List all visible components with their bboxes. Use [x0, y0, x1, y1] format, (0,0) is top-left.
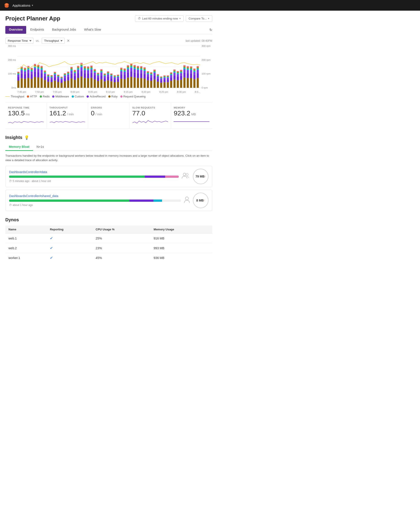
svg-rect-198 [107, 74, 109, 77]
legend-http-dot [27, 95, 29, 98]
y-label-300rpm: 300 rpm [202, 45, 210, 47]
svg-rect-294 [154, 80, 156, 88]
svg-rect-203 [110, 81, 112, 88]
legend-activerecord-label: ActiveRecord [90, 95, 105, 98]
svg-rect-42 [34, 77, 36, 88]
svg-rect-277 [144, 69, 146, 70]
metric1-select[interactable]: Response Time [5, 38, 33, 44]
svg-rect-213 [114, 77, 116, 77]
svg-rect-253 [134, 72, 136, 78]
svg-rect-381 [193, 71, 195, 72]
svg-rect-120 [70, 74, 72, 78]
clear-chart-button[interactable]: ✕ [67, 39, 70, 43]
tab-background-jobs[interactable]: Background Jobs [48, 26, 80, 34]
svg-rect-275 [144, 71, 146, 74]
svg-rect-105 [64, 81, 66, 88]
svg-rect-54 [37, 65, 39, 67]
x-label-815: 8:15 pm [124, 91, 133, 93]
refresh-icon[interactable]: ↻ [209, 28, 212, 32]
insight-item-2-link[interactable]: DashboardsController#shared_data [9, 194, 58, 198]
svg-rect-293 [150, 72, 152, 72]
svg-rect-378 [193, 79, 195, 88]
svg-rect-132 [74, 70, 76, 70]
svg-rect-246 [130, 71, 132, 77]
svg-rect-185 [100, 72, 102, 72]
svg-rect-58 [41, 70, 43, 73]
svg-rect-190 [104, 78, 106, 81]
svg-rect-278 [144, 68, 146, 69]
metric2-select[interactable]: Throughput [42, 38, 65, 44]
y-label-0ms: 0ms [11, 86, 16, 89]
svg-rect-47 [34, 65, 36, 66]
svg-rect-235 [124, 70, 126, 71]
y-label-100rpm: 100 rpm [202, 72, 210, 75]
svg-rect-205 [110, 76, 112, 78]
svg-rect-241 [127, 68, 129, 69]
metric-memory-label: MEMORY [174, 106, 210, 109]
svg-rect-107 [64, 76, 66, 78]
svg-rect-191 [104, 76, 106, 78]
chevron-down-icon: ▾ [179, 17, 181, 20]
svg-rect-119 [70, 78, 72, 88]
table-row: web.2 ✔ 23% 993 MB [5, 243, 212, 253]
time-filter-button[interactable]: ⏱ Last 60 minutes ending now ▾ [135, 15, 184, 22]
tab-whats-slow[interactable]: What's Slow [80, 26, 105, 34]
svg-rect-172 [94, 71, 96, 71]
insight-item-1[interactable]: DashboardsController#data ⏱ 5 minutes ag… [5, 166, 212, 187]
chevron-down-icon: ▾ [208, 17, 209, 20]
svg-rect-85 [54, 77, 56, 81]
y-label-300ms: 300 ms [8, 45, 16, 47]
svg-rect-248 [130, 67, 132, 68]
svg-rect-321 [163, 75, 165, 76]
svg-rect-139 [77, 66, 79, 66]
svg-rect-282 [147, 74, 149, 77]
svg-rect-181 [97, 73, 99, 73]
svg-rect-164 [90, 68, 92, 70]
svg-rect-249 [130, 65, 132, 67]
legend-redis-label: Redis [43, 95, 50, 98]
metric-response-time: RESPONSE TIME 130.5 ms [5, 103, 47, 129]
insights-tab-n-plus-1[interactable]: N+1s [33, 143, 48, 151]
svg-rect-165 [90, 67, 92, 68]
svg-rect-109 [64, 74, 66, 75]
metric-throughput-unit: / min [67, 112, 74, 116]
insight-item-1-link[interactable]: DashboardsController#data [9, 170, 47, 174]
svg-rect-174 [94, 69, 96, 70]
svg-rect-66 [44, 73, 46, 74]
svg-rect-170 [94, 72, 96, 75]
svg-rect-155 [87, 73, 89, 78]
insight-item-2-time: ⏱ about 1 hour ago [9, 203, 181, 207]
svg-rect-93 [57, 77, 59, 79]
svg-rect-296 [154, 73, 156, 75]
svg-rect-96 [57, 75, 59, 76]
clock-icon-small-2: ⏱ [9, 203, 12, 207]
legend-middleware-label: Middleware [55, 95, 69, 98]
tab-overview[interactable]: Overview [5, 26, 26, 34]
svg-rect-125 [70, 67, 72, 68]
svg-rect-104 [61, 77, 63, 77]
legend-activerecord: ActiveRecord [87, 95, 105, 98]
legend-http: HTTP [27, 95, 37, 98]
svg-rect-298 [154, 71, 156, 72]
metric-throughput-sparkline [50, 118, 85, 125]
svg-rect-173 [94, 70, 96, 71]
insights-tab-memory-bloat[interactable]: Memory Bloat [5, 143, 33, 151]
svg-rect-391 [197, 66, 199, 67]
svg-rect-368 [187, 68, 189, 69]
svg-rect-17 [21, 69, 23, 70]
metric-response-time-sparkline [8, 118, 44, 125]
svg-rect-169 [94, 75, 96, 80]
metric-memory: MEMORY 923.2 MB [171, 103, 212, 129]
app-dropdown[interactable]: Applications ▾ [12, 4, 33, 7]
tab-endpoints[interactable]: Endpoints [26, 26, 48, 34]
compare-to-button[interactable]: Compare To... ▾ [186, 15, 212, 22]
svg-rect-177 [97, 75, 99, 78]
insight-item-2[interactable]: DashboardsController#shared_data ⏱ about… [5, 190, 212, 211]
svg-rect-236 [124, 69, 126, 70]
svg-rect-70 [47, 82, 49, 88]
svg-rect-136 [77, 69, 79, 70]
svg-rect-228 [120, 69, 122, 70]
svg-rect-362 [183, 66, 185, 67]
svg-rect-377 [190, 66, 192, 67]
y-label-100ms: 100 ms [8, 72, 16, 75]
